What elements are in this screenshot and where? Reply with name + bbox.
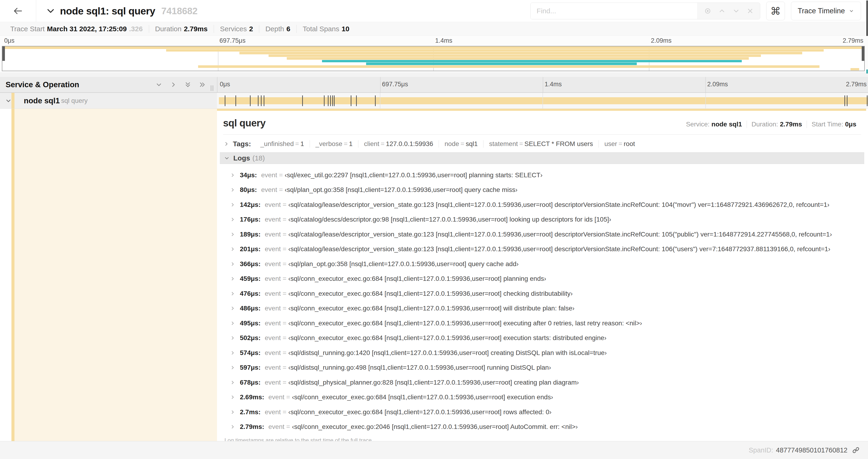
scrollbar-thumb[interactable] [866,0,868,36]
grid-line [705,77,706,92]
log-entry[interactable]: 34μs:event=‹sql/exec_util.go:2297 [nsql1… [223,168,861,183]
column-resizer-grip[interactable] [211,85,213,91]
tick-label: 0μs [220,81,230,88]
log-entry[interactable]: 201μs:event=‹sql/catalog/lease/descripto… [223,242,861,257]
collapse-one-icon[interactable] [155,81,163,89]
link-icon[interactable] [852,446,860,454]
chevron-down-icon[interactable] [46,6,55,15]
expand-one-icon[interactable] [169,81,177,89]
divider [223,134,861,135]
span-color-strip [11,109,14,441]
chevron-right-icon [229,261,236,267]
tick-label: 697.75μs [220,37,246,44]
grid-line [705,93,706,108]
chevron-right-icon [229,365,236,371]
trace-summary-item: Duration2.79ms [149,25,214,33]
minimap-row [2,63,864,65]
log-entry[interactable]: 495μs:event=‹sql/conn_executor_exec.go:6… [223,316,861,331]
log-marker [236,95,236,106]
command-icon: ⌘ [771,5,781,17]
back-button[interactable] [0,0,36,22]
service-operation-title: Service & Operation [6,80,79,89]
trace-view-selector[interactable]: Trace Timeline [791,2,861,20]
minimap-span-bar [287,57,749,60]
log-entry[interactable]: 502μs:event=‹sql/conn_executor_exec.go:6… [223,331,861,346]
collapse-controls [155,81,217,89]
trace-id: 7418682 [161,6,198,16]
keyboard-shortcuts-button[interactable]: ⌘ [766,2,785,20]
grid-line [542,93,543,108]
log-marker [847,95,847,106]
log-entry[interactable]: 2.79ms:event=‹sql/conn_executor_exec.go:… [223,420,861,434]
minimap-span-bar [269,55,761,57]
minimap-span-bar [322,60,742,63]
span-detail-panel: sql query Service:node sql1 Duration:2.7… [217,109,866,441]
span-detail-area: sql query Service:node sql1 Duration:2.7… [0,109,868,441]
operation-name: sql query [61,97,88,104]
span-row: node sql1 sql query [0,93,868,109]
chevron-right-icon [229,305,236,312]
scrollbar[interactable] [866,0,868,459]
tick-label: 2.09ms [651,37,672,44]
collapse-all-icon[interactable] [184,81,192,89]
span-timeline-track[interactable] [217,93,868,109]
log-marker [264,95,265,106]
span-duration-bar[interactable] [219,97,868,104]
tick-label: 2.09ms [707,81,728,88]
log-marker [330,95,331,106]
minimap-row [2,68,864,71]
prev-match-icon[interactable] [718,7,726,15]
detail-span-bar [217,109,866,111]
tags-accordion[interactable]: Tags: _unfinished=1_verbose=1client=127.… [223,139,861,149]
tag-list: _unfinished=1_verbose=1client=127.0.0.1:… [255,140,641,147]
minimap-right-scrubber[interactable] [862,46,864,61]
expand-all-icon[interactable] [198,81,206,89]
trace-summary-item: Depth6 [259,25,296,33]
timeline-ticks-header: 0μs697.75μs1.4ms2.09ms2.79ms [217,77,868,92]
tag-item: user=root [598,140,641,147]
top-controls: ⌘ Trace Timeline [530,2,868,20]
minimap-canvas[interactable] [2,46,865,71]
divider-band [0,72,868,77]
chevron-down-icon[interactable] [5,97,12,104]
log-entry[interactable]: 142μs:event=‹sql/catalog/lease/descripto… [223,197,861,212]
log-marker [250,95,251,106]
tick-label: 0μs [4,37,14,44]
logs-label: Logs [233,154,250,162]
grid-line [380,93,380,108]
minimap-span-rows [2,46,864,71]
log-entry[interactable]: 189μs:event=‹sql/catalog/lease/descripto… [223,227,861,242]
minimap-span-bar [239,52,802,54]
log-entry[interactable]: 80μs:event=‹sql/plan_opt.go:358 [nsql1,c… [223,183,861,198]
logs-accordion-header[interactable]: Logs (18) [220,152,864,164]
minimap-span-bar [850,68,859,71]
log-marker [261,95,261,106]
span-name-cell[interactable]: node sql1 sql query [0,93,217,109]
tag-item: _unfinished=1 [255,140,310,147]
log-entry[interactable]: 574μs:event=‹sql/distsql_running.go:1420… [223,346,861,360]
log-entry[interactable]: 2.69ms:event=‹sql/conn_executor_exec.go:… [223,390,861,405]
log-entry[interactable]: 2.7ms:event=‹sql/conn_executor_exec.go:6… [223,405,861,420]
log-entry[interactable]: 678μs:event=‹sql/distsql_physical_planne… [223,375,861,390]
tag-item: client=127.0.0.1:59936 [358,140,439,147]
log-entry[interactable]: 459μs:event=‹sql/conn_executor_exec.go:6… [223,271,861,286]
chevron-right-icon [229,424,236,430]
log-entry[interactable]: 176μs:event=‹sql/catalog/descs/descripto… [223,212,861,227]
log-marker [302,95,303,106]
chevron-right-icon [229,335,236,341]
log-entry[interactable]: 366μs:event=‹sql/plan_opt.go:358 [nsql1,… [223,257,861,271]
log-marker [328,95,329,106]
locate-icon[interactable] [704,7,712,15]
log-list: 34μs:event=‹sql/exec_util.go:2297 [nsql1… [223,168,861,434]
search-input[interactable] [531,3,698,19]
next-match-icon[interactable] [732,7,740,15]
log-marker [356,95,357,106]
log-entry[interactable]: 476μs:event=‹sql/conn_executor_exec.go:6… [223,286,861,301]
log-entry[interactable]: 597μs:event=‹sql/distsql_running.go:498 … [223,360,861,375]
log-entry[interactable]: 486μs:event=‹sql/conn_executor_exec.go:6… [223,301,861,316]
span-color-strip [11,93,14,108]
log-marker [258,95,258,106]
clear-search-icon[interactable] [746,7,754,15]
minimap-left-scrubber[interactable] [2,46,5,61]
span-id-footer: SpanID: 4877749850101760812 [0,441,868,459]
